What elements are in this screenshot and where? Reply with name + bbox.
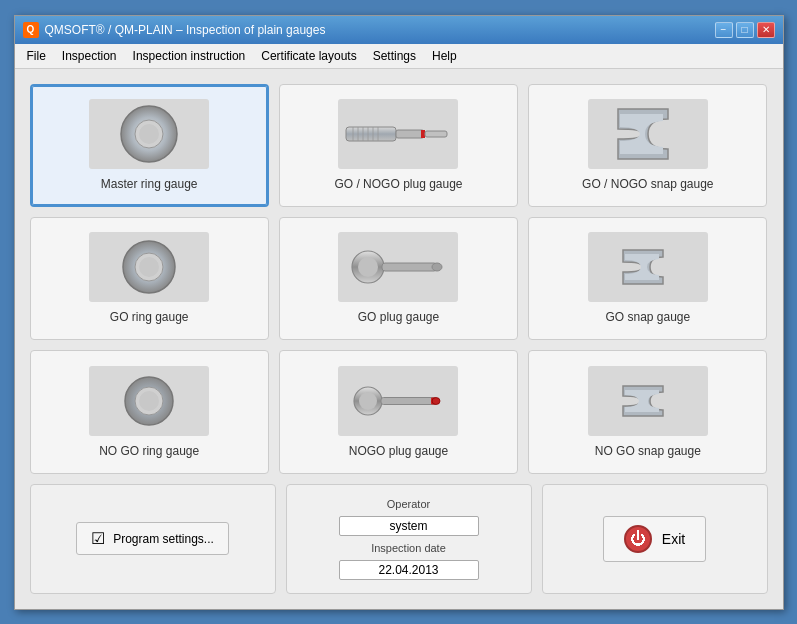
gauge-label-nogo-ring: NO GO ring gauge [99,444,199,458]
title-bar: Q QMSOFT® / QM-PLAIN – Inspection of pla… [15,16,783,44]
date-label: Inspection date [371,542,446,554]
menu-bar: File Inspection Inspection instruction C… [15,44,783,69]
gauge-label-go-ring: GO ring gauge [110,310,189,324]
svg-rect-18 [382,263,437,271]
date-field[interactable]: 22.04.2013 [339,560,479,580]
menu-inspection[interactable]: Inspection [54,46,125,66]
gauge-card-go-snap[interactable]: GO snap gauge [528,217,767,340]
maximize-button[interactable]: □ [736,22,754,38]
gauge-card-nogo-ring[interactable]: NO GO ring gauge [30,350,269,473]
main-content: Master ring gauge [15,69,783,609]
svg-point-2 [139,124,159,144]
main-window: Q QMSOFT® / QM-PLAIN – Inspection of pla… [14,15,784,610]
operator-label: Operator [387,498,430,510]
bottom-bar: ☑ Program settings... Operator system In… [30,484,768,594]
gauge-card-nogo-snap[interactable]: NO GO snap gauge [528,350,767,473]
gauge-label-nogo-snap: NO GO snap gauge [595,444,701,458]
svg-rect-10 [396,130,424,138]
svg-point-22 [139,391,159,411]
gauge-grid: Master ring gauge [30,84,768,474]
gauge-label-go-plug: GO plug gauge [358,310,439,324]
title-bar-left: Q QMSOFT® / QM-PLAIN – Inspection of pla… [23,22,326,38]
bottom-left: ☑ Program settings... [30,484,276,594]
gauge-label-master-ring: Master ring gauge [101,177,198,191]
gauge-label-go-nogo-plug: GO / NOGO plug gauge [334,177,462,191]
settings-button-label: Program settings... [113,532,214,546]
settings-checkbox-icon: ☑ [91,529,105,548]
gauge-card-go-plug[interactable]: GO plug gauge [279,217,518,340]
minimize-button[interactable]: − [715,22,733,38]
title-buttons: − □ ✕ [715,22,775,38]
gauge-image-go-snap [588,232,708,302]
svg-rect-25 [381,397,436,404]
gauge-image-go-nogo-plug [338,99,458,169]
gauge-image-nogo-ring [89,366,209,436]
operator-field[interactable]: system [339,516,479,536]
svg-point-15 [139,257,159,277]
gauge-image-go-ring [89,232,209,302]
svg-point-19 [432,263,442,271]
gauge-image-master-ring [89,99,209,169]
app-icon: Q [23,22,39,38]
menu-certificate-layouts[interactable]: Certificate layouts [253,46,364,66]
gauge-image-nogo-plug [338,366,458,436]
svg-point-17 [358,257,378,277]
gauge-image-go-nogo-snap [588,99,708,169]
menu-inspection-instruction[interactable]: Inspection instruction [125,46,254,66]
gauge-card-go-ring[interactable]: GO ring gauge [30,217,269,340]
svg-rect-11 [421,130,425,138]
gauge-label-nogo-plug: NOGO plug gauge [349,444,448,458]
gauge-label-go-snap: GO snap gauge [605,310,690,324]
menu-help[interactable]: Help [424,46,465,66]
close-button[interactable]: ✕ [757,22,775,38]
menu-file[interactable]: File [19,46,54,66]
gauge-card-master-ring[interactable]: Master ring gauge [30,84,269,207]
bottom-right: ⏻ Exit [542,484,768,594]
menu-settings[interactable]: Settings [365,46,424,66]
svg-point-24 [359,392,377,410]
gauge-card-nogo-plug[interactable]: NOGO plug gauge [279,350,518,473]
program-settings-button[interactable]: ☑ Program settings... [76,522,229,555]
svg-rect-12 [425,131,447,137]
window-title: QMSOFT® / QM-PLAIN – Inspection of plain… [45,23,326,37]
exit-power-icon: ⏻ [624,525,652,553]
svg-point-27 [432,397,440,404]
gauge-card-go-nogo-plug[interactable]: GO / NOGO plug gauge [279,84,518,207]
gauge-label-go-nogo-snap: GO / NOGO snap gauge [582,177,713,191]
svg-rect-3 [346,127,396,141]
exit-button[interactable]: ⏻ Exit [603,516,706,562]
gauge-image-nogo-snap [588,366,708,436]
bottom-middle: Operator system Inspection date 22.04.20… [286,484,532,594]
gauge-card-go-nogo-snap[interactable]: GO / NOGO snap gauge [528,84,767,207]
exit-label: Exit [662,531,685,547]
gauge-image-go-plug [338,232,458,302]
